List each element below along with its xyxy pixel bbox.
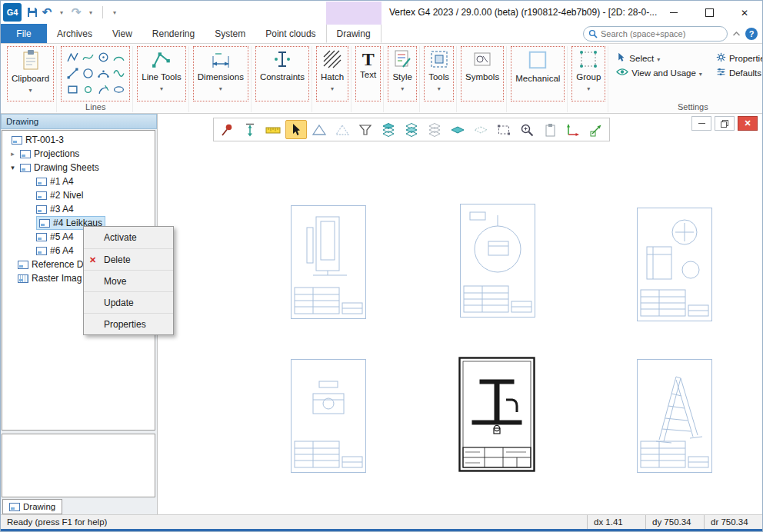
- layers-gray-icon[interactable]: [424, 120, 445, 139]
- inner-close-button[interactable]: [738, 116, 758, 131]
- sheet-thumbnail-4[interactable]: [290, 358, 367, 474]
- chevron-down-icon: [160, 82, 163, 93]
- delete-x-icon: [89, 254, 96, 265]
- help-icon[interactable]: ?: [745, 28, 758, 40]
- clipboard-dim-icon[interactable]: [539, 120, 561, 139]
- redo-dropdown-icon[interactable]: ▾: [85, 4, 97, 21]
- text-button[interactable]: T Text: [355, 46, 381, 101]
- customize-toolbar-dropdown-icon[interactable]: ▾: [108, 4, 121, 21]
- pin-icon[interactable]: [216, 120, 238, 139]
- arc-tangent-icon[interactable]: [97, 83, 109, 95]
- sheet-thumbnail-1[interactable]: [290, 204, 367, 320]
- tab-archives[interactable]: Archives: [47, 24, 102, 43]
- transform-icon[interactable]: [585, 120, 607, 139]
- tree-item-sheet-3[interactable]: #3 A4: [2, 202, 155, 216]
- context-menu-item-move[interactable]: Move: [84, 270, 173, 291]
- tree-item-sheet-2[interactable]: #2 Nivel: [2, 188, 155, 202]
- mechanical-button[interactable]: Mechanical: [511, 46, 565, 101]
- layer-flat-dim-icon[interactable]: [470, 120, 491, 139]
- tab-rendering[interactable]: Rendering: [142, 24, 205, 43]
- zoom-in-icon[interactable]: [516, 120, 538, 139]
- circle-small-icon[interactable]: [82, 83, 94, 95]
- select-button[interactable]: Select: [616, 52, 702, 64]
- wave-icon[interactable]: [112, 67, 125, 79]
- spline-icon[interactable]: [82, 51, 94, 63]
- select-area-icon[interactable]: [493, 120, 515, 139]
- tab-system[interactable]: System: [205, 24, 255, 43]
- filter-icon[interactable]: [355, 120, 376, 139]
- view-and-usage-label: View and Usage: [631, 68, 696, 78]
- circle-icon[interactable]: [82, 67, 94, 79]
- dimensions-button[interactable]: Dimensions: [193, 46, 248, 101]
- view-and-usage-button[interactable]: View and Usage: [616, 67, 702, 78]
- arc-3point-icon[interactable]: [97, 67, 109, 79]
- minimize-button[interactable]: [656, 1, 691, 24]
- context-menu-item-properties[interactable]: Properties: [84, 313, 173, 334]
- context-menu-item-activate[interactable]: Activate: [84, 227, 173, 248]
- properties-button[interactable]: Properties: [716, 52, 763, 64]
- clipboard-button[interactable]: Clipboard: [7, 46, 54, 101]
- tools-button[interactable]: Tools: [424, 46, 454, 101]
- select-cursor-icon[interactable]: [285, 120, 307, 139]
- layers-teal-icon[interactable]: [378, 120, 399, 139]
- context-menu-item-update[interactable]: Update: [84, 291, 173, 313]
- tab-file[interactable]: File: [1, 24, 47, 43]
- axes-icon[interactable]: [562, 120, 584, 139]
- tab-drawing[interactable]: Drawing: [326, 24, 382, 43]
- collapse-ribbon-chevron-up-icon[interactable]: [732, 31, 741, 37]
- triangle-dim-icon[interactable]: [332, 120, 353, 139]
- search-input[interactable]: [601, 29, 722, 38]
- tree-item-projections[interactable]: Projections: [2, 147, 155, 161]
- text-icon: T: [362, 49, 375, 69]
- tree-item-sheet-1[interactable]: #1 A4: [2, 175, 155, 188]
- maximize-button[interactable]: [691, 1, 727, 24]
- constraints-button[interactable]: Constraints: [255, 46, 309, 101]
- inner-restore-button[interactable]: [715, 116, 735, 131]
- circle-center-icon[interactable]: [97, 51, 109, 63]
- ellipse-icon[interactable]: [112, 83, 125, 95]
- dimensions-label: Dimensions: [198, 72, 244, 81]
- inner-minimize-button[interactable]: [691, 116, 711, 131]
- expander-expanded-icon[interactable]: [8, 164, 17, 171]
- style-button[interactable]: Style: [388, 46, 417, 101]
- rectangle-icon[interactable]: [66, 83, 78, 95]
- tab-view[interactable]: View: [102, 24, 142, 43]
- panel-preview-box: [2, 434, 155, 497]
- panel-bottom-tab-drawing[interactable]: Drawing: [2, 499, 62, 514]
- sheet-thumbnail-3[interactable]: [636, 207, 713, 322]
- search-box[interactable]: [583, 26, 728, 42]
- symbols-button[interactable]: Symbols: [461, 46, 504, 101]
- line-icon[interactable]: [66, 67, 78, 79]
- layer-flat-icon[interactable]: [447, 120, 468, 139]
- redo-icon[interactable]: ↷: [70, 4, 82, 21]
- close-button[interactable]: [727, 1, 762, 24]
- context-menu-item-delete[interactable]: Delete: [84, 248, 173, 270]
- tab-point-clouds[interactable]: Point clouds: [255, 24, 325, 43]
- arc-icon[interactable]: [112, 51, 125, 63]
- group-button[interactable]: Group: [571, 46, 605, 101]
- app-icon[interactable]: G4: [3, 3, 22, 22]
- properties-gear-icon: [716, 52, 726, 64]
- chevron-down-icon: [219, 82, 222, 93]
- undo-icon[interactable]: ↶: [41, 4, 53, 21]
- drawing-canvas[interactable]: [157, 114, 762, 514]
- tree-item-drawing-sheets[interactable]: Drawing Sheets: [2, 161, 155, 175]
- hatch-button[interactable]: Hatch: [316, 46, 348, 101]
- triangle-icon[interactable]: [308, 120, 330, 139]
- defaults-button[interactable]: Defaults: [716, 67, 763, 78]
- chevron-down-icon: [699, 68, 702, 78]
- save-icon[interactable]: [26, 4, 38, 21]
- chevron-down-icon: [331, 82, 334, 93]
- set-scale-icon[interactable]: [239, 120, 261, 139]
- line-tools-button[interactable]: Line Tools: [137, 46, 186, 101]
- ruler-icon[interactable]: [262, 120, 284, 139]
- sheet-thumbnail-6[interactable]: [636, 358, 713, 474]
- sheet-thumbnail-2[interactable]: [459, 203, 536, 318]
- expander-collapsed-icon[interactable]: [8, 150, 17, 158]
- polyline-icon[interactable]: [66, 51, 78, 63]
- sheet-thumbnail-5-active[interactable]: [456, 357, 538, 472]
- undo-dropdown-icon[interactable]: ▾: [55, 4, 68, 21]
- tree-item-rt-001-3[interactable]: RT-001-3: [2, 133, 155, 147]
- style-label: Style: [392, 72, 412, 81]
- layers-teal-2-icon[interactable]: [401, 120, 422, 139]
